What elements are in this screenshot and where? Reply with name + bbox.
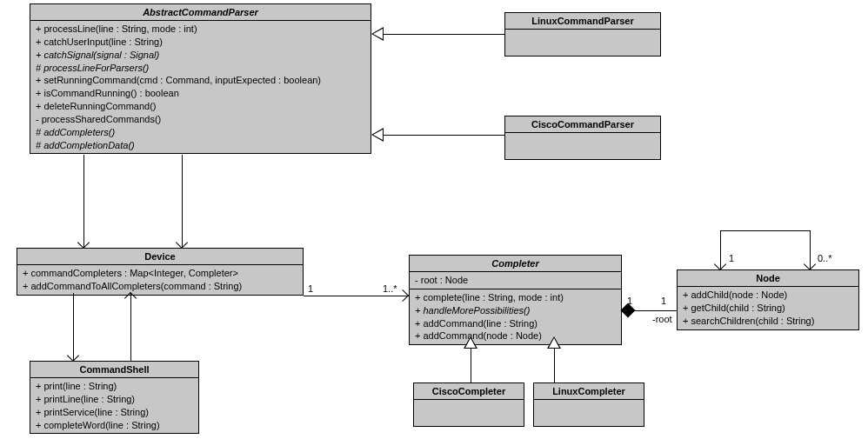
- member: # addCompletionData(): [36, 139, 365, 152]
- gen-linux-completer: [554, 348, 555, 382]
- member: + addCommandToAllCompleters(command : St…: [23, 280, 297, 293]
- member: + printLine(line : String): [36, 393, 193, 406]
- member: + commandCompleters : Map<Integer, Compl…: [23, 267, 297, 280]
- class-title: CiscoCommandParser: [505, 116, 660, 133]
- gen-linux-parser: [384, 34, 504, 35]
- class-title: CiscoCompleter: [414, 383, 524, 400]
- gen-arrow-icon: [371, 128, 384, 142]
- gen-cisco-completer: [471, 348, 471, 382]
- member: + handleMorePossibilities(): [415, 304, 616, 317]
- class-members: [534, 400, 644, 426]
- member: + searchChildren(child : String): [683, 315, 853, 328]
- member: + catchUserInput(line : String): [36, 36, 365, 49]
- multiplicity-label: 1: [729, 253, 734, 263]
- assoc-parser-device: [83, 155, 84, 248]
- class-commandshell: CommandShell + print(line : String) + pr…: [30, 361, 199, 434]
- gen-arrow-icon: [371, 27, 384, 41]
- multiplicity-label: 1: [308, 283, 313, 294]
- class-title: LinuxCommandParser: [505, 13, 660, 30]
- member: - root : Node: [415, 274, 616, 287]
- class-title: Device: [17, 249, 303, 265]
- comp-completer-node: [631, 310, 677, 311]
- member: + addCommand(line : String): [415, 317, 616, 330]
- class-title: AbstractCommandParser: [30, 4, 371, 21]
- multiplicity-label: 0..*: [818, 253, 832, 263]
- member: + setRunningCommand(cmd : Command, input…: [36, 74, 365, 87]
- class-title: Completer: [410, 256, 621, 272]
- member: + addChild(node : Node): [683, 289, 853, 302]
- class-members: [414, 400, 524, 426]
- multiplicity-label: 1: [627, 296, 632, 306]
- arrow-icon: [397, 289, 409, 302]
- member: + completeWord(line : String): [36, 419, 193, 432]
- role-label: -root: [652, 314, 672, 324]
- gen-cisco-parser: [384, 135, 504, 136]
- class-abstractcommandparser: AbstractCommandParser + processLine(line…: [30, 3, 371, 154]
- member: - processSharedCommands(): [36, 113, 365, 126]
- multiplicity-label: 1: [661, 296, 666, 306]
- member: + print(line : String): [36, 380, 193, 393]
- class-ciscocommandparser: CiscoCommandParser: [504, 116, 661, 160]
- class-members: - root : Node + complete(line : String, …: [410, 272, 621, 344]
- assoc-node-self: [720, 230, 810, 231]
- member: + complete(line : String, mode : int): [415, 291, 616, 304]
- member: + isCommandRunning() : boolean: [36, 87, 365, 100]
- class-linuxcompleter: LinuxCompleter: [533, 382, 644, 427]
- class-title: LinuxCompleter: [534, 383, 644, 400]
- class-members: [505, 133, 660, 159]
- member: + processLine(line : String, mode : int): [36, 23, 365, 36]
- member: + printService(line : String): [36, 406, 193, 419]
- member: # processLineForParsers(): [36, 62, 365, 75]
- member: + addCommand(node : Node): [415, 329, 616, 343]
- class-title: CommandShell: [30, 362, 198, 378]
- member: + deleteRunningCommand(): [36, 100, 365, 113]
- class-device: Device + commandCompleters : Map<Integer…: [17, 248, 304, 296]
- gen-arrow-icon: [464, 336, 477, 349]
- arrow-icon: [176, 236, 188, 249]
- class-members: + processLine(line : String, mode : int)…: [30, 21, 371, 153]
- class-completer: Completer - root : Node + complete(line …: [409, 255, 622, 345]
- class-members: [505, 30, 660, 56]
- class-members: + print(line : String) + printLine(line …: [30, 378, 198, 433]
- class-ciscocompleter: CiscoCompleter: [413, 382, 524, 427]
- arrow-icon: [77, 236, 90, 249]
- class-node: Node + addChild(node : Node) + getChild(…: [677, 269, 859, 330]
- assoc-device-completer: [304, 296, 409, 296]
- class-title: Node: [678, 270, 858, 287]
- class-members: + addChild(node : Node) + getChild(child…: [678, 287, 858, 329]
- member: + catchSignal(signal : Signal): [36, 49, 365, 62]
- section-separator: [410, 289, 621, 289]
- arrow-icon: [804, 258, 816, 270]
- class-members: + commandCompleters : Map<Integer, Compl…: [17, 265, 303, 295]
- gen-arrow-icon: [547, 336, 561, 349]
- arrow-icon: [67, 349, 79, 362]
- arrow-icon: [714, 258, 726, 270]
- member: + getChild(child : String): [683, 302, 853, 315]
- class-linuxcommandparser: LinuxCommandParser: [504, 12, 661, 57]
- member: # addCompleters(): [36, 126, 365, 139]
- assoc-parser-device-b: [182, 155, 183, 248]
- multiplicity-label: 1..*: [383, 283, 397, 294]
